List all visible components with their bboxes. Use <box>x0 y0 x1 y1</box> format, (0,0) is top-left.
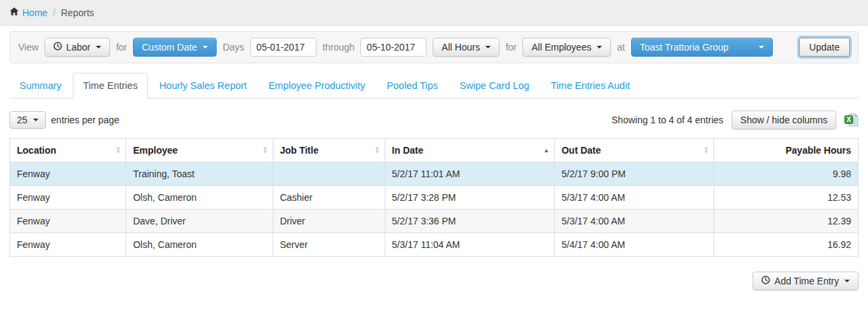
clock-icon <box>53 42 62 53</box>
date-range-label: Custom Date <box>142 42 197 53</box>
entries-per-page-label: entries per page <box>51 115 119 125</box>
add-time-entry-button[interactable]: Add Time Entry <box>753 272 859 290</box>
page-size-dropdown[interactable]: 25 <box>9 111 46 129</box>
showing-entries-text: Showing 1 to 4 of 4 entries <box>612 115 724 125</box>
end-date-input[interactable] <box>360 38 427 57</box>
chevron-down-icon <box>485 46 491 49</box>
column-header-payable-hours[interactable]: Payable Hours <box>714 139 859 162</box>
chevron-down-icon <box>202 46 208 49</box>
employees-label: All Employees <box>531 42 591 53</box>
add-time-entry-label: Add Time Entry <box>774 276 839 286</box>
table-row[interactable]: Fenway Olsh, Cameron Server 5/3/17 11:04… <box>10 233 859 257</box>
breadcrumb: Home / Reports <box>0 0 868 26</box>
show-hide-columns-button[interactable]: Show / hide columns <box>732 111 836 129</box>
for-label-2: for <box>506 42 516 53</box>
table-row[interactable]: Fenway Dave, Driver Driver 5/2/17 3:36 P… <box>10 210 859 233</box>
column-label: Payable Hours <box>786 145 851 156</box>
cell-in-date: 5/2/17 11:01 AM <box>385 162 554 186</box>
cell-employee: Dave, Driver <box>126 210 273 233</box>
update-button-label: Update <box>809 42 840 53</box>
cell-out-date: 5/3/17 4:00 AM <box>554 210 713 233</box>
table-controls: 25 entries per page Showing 1 to 4 of 4 … <box>9 111 859 129</box>
page-size-value: 25 <box>17 115 28 125</box>
restaurant-select-value: Toast Trattoria Group <box>640 42 729 53</box>
chevron-down-icon <box>96 46 101 49</box>
table-controls-right: Showing 1 to 4 of 4 entries Show / hide … <box>612 111 859 129</box>
cell-in-date: 5/2/17 3:36 PM <box>385 210 554 233</box>
breadcrumb-home-label[interactable]: Home <box>22 7 47 18</box>
chevron-down-icon <box>33 119 38 121</box>
through-label: through <box>323 42 354 53</box>
sort-icon: ▲▼ <box>703 146 709 154</box>
table-footer: Add Time Entry <box>9 272 859 290</box>
cell-employee: Olsh, Cameron <box>126 186 273 210</box>
days-label: Days <box>223 42 244 53</box>
column-header-employee[interactable]: Employee ▲▼ <box>126 139 273 162</box>
hours-dropdown[interactable]: All Hours <box>433 38 499 57</box>
column-label: Employee <box>133 145 178 156</box>
column-header-job-title[interactable]: Job Title ▲▼ <box>273 139 385 162</box>
tab-time-entries[interactable]: Time Entries <box>73 73 148 98</box>
hours-label: All Hours <box>441 42 480 53</box>
cell-payable-hours: 12.53 <box>714 186 859 210</box>
tab-swipe-card-log[interactable]: Swipe Card Log <box>450 73 539 98</box>
tab-summary[interactable]: Summary <box>9 73 72 98</box>
breadcrumb-separator: / <box>53 7 55 18</box>
breadcrumb-home-link[interactable]: Home <box>9 7 47 18</box>
cell-out-date: 5/3/17 4:00 AM <box>554 186 713 210</box>
tab-time-entries-audit[interactable]: Time Entries Audit <box>541 73 640 98</box>
column-label: In Date <box>392 145 424 156</box>
for-label: for <box>116 42 127 53</box>
time-entries-table: Location ▲▼ Employee ▲▼ Job Title ▲▼ In … <box>9 138 859 257</box>
tab-employee-productivity[interactable]: Employee Productivity <box>259 73 375 98</box>
column-header-in-date[interactable]: In Date ▲ <box>385 139 554 162</box>
cell-job-title: Cashier <box>273 186 385 210</box>
cell-job-title: Server <box>273 233 385 257</box>
show-hide-columns-label: Show / hide columns <box>740 115 828 125</box>
home-icon <box>9 7 19 18</box>
sort-icon: ▲▼ <box>375 146 380 154</box>
table-row[interactable]: Fenway Olsh, Cameron Cashier 5/2/17 3:28… <box>10 186 859 210</box>
cell-location: Fenway <box>10 162 126 186</box>
cell-employee: Olsh, Cameron <box>126 233 273 257</box>
column-header-out-date[interactable]: Out Date ▲▼ <box>554 139 713 162</box>
cell-payable-hours: 12.39 <box>714 210 859 233</box>
cell-out-date: 5/2/17 9:00 PM <box>554 162 713 186</box>
excel-export-icon[interactable]: X <box>844 113 859 127</box>
tab-pooled-tips[interactable]: Pooled Tips <box>377 73 448 98</box>
view-label: View <box>18 42 38 53</box>
cell-job-title: Driver <box>273 210 385 233</box>
employees-dropdown[interactable]: All Employees <box>522 38 611 57</box>
column-label: Job Title <box>280 145 319 156</box>
column-label: Location <box>17 145 56 156</box>
clock-icon <box>761 276 770 286</box>
column-label: Out Date <box>562 145 601 156</box>
update-button[interactable]: Update <box>799 38 850 57</box>
cell-employee: Training, Toast <box>126 162 273 186</box>
cell-payable-hours: 16.92 <box>714 233 859 257</box>
chevron-down-icon <box>597 46 602 49</box>
restaurant-select[interactable]: Toast Trattoria Group <box>631 38 773 57</box>
tab-hourly-sales-report[interactable]: Hourly Sales Report <box>149 73 257 98</box>
date-range-dropdown[interactable]: Custom Date <box>133 38 217 57</box>
report-filter-bar: View Labor for Custom Date Days through … <box>9 31 859 63</box>
cell-in-date: 5/3/17 11:04 AM <box>385 233 554 257</box>
cell-location: Fenway <box>10 233 126 257</box>
sort-ascending-icon: ▲ <box>543 148 549 154</box>
view-type-label: Labor <box>66 42 90 53</box>
cell-in-date: 5/2/17 3:28 PM <box>385 186 554 210</box>
cell-out-date: 5/4/17 4:00 AM <box>554 233 713 257</box>
report-tabs: Summary Time Entries Hourly Sales Report… <box>9 73 859 98</box>
view-type-dropdown[interactable]: Labor <box>45 38 110 57</box>
start-date-input[interactable] <box>250 38 317 57</box>
table-header-row: Location ▲▼ Employee ▲▼ Job Title ▲▼ In … <box>10 139 859 162</box>
breadcrumb-current: Reports <box>61 7 94 18</box>
sort-icon: ▲▼ <box>263 146 268 154</box>
chevron-down-icon <box>759 46 764 49</box>
table-row[interactable]: Fenway Training, Toast 5/2/17 11:01 AM 5… <box>10 162 859 186</box>
cell-location: Fenway <box>10 210 126 233</box>
cell-location: Fenway <box>10 186 126 210</box>
sort-icon: ▲▼ <box>115 146 121 154</box>
column-header-location[interactable]: Location ▲▼ <box>10 139 126 162</box>
at-label: at <box>617 42 625 53</box>
